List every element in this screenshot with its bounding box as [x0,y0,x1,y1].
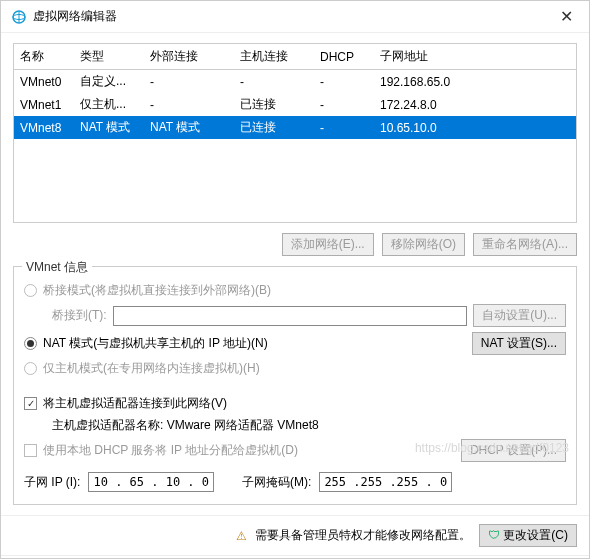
hostonly-radio [24,362,37,375]
table-cell: NAT 模式 [74,116,144,139]
col-header[interactable]: 子网地址 [374,44,576,70]
nat-radio[interactable] [24,337,37,350]
table-cell: 172.24.8.0 [374,93,576,116]
notice-text: 需要具备管理员特权才能修改网络配置。 [255,527,471,544]
col-header[interactable]: 名称 [14,44,74,70]
subnet-mask-input[interactable]: 255 .255 .255 . 0 [319,472,452,492]
bridged-radio [24,284,37,297]
bridged-to-label: 桥接到(T): [52,307,107,324]
hostonly-label: 仅主机模式(在专用网络内连接虚拟机)(H) [43,360,260,377]
table-cell: - [314,93,374,116]
subnet-ip-input[interactable]: 10 . 65 . 10 . 0 [88,472,214,492]
group-title: VMnet 信息 [22,259,92,276]
app-icon [11,9,27,25]
dhcp-check [24,444,37,457]
subnet-mask-label: 子网掩码(M): [242,474,311,491]
bridged-label: 桥接模式(将虚拟机直接连接到外部网络)(B) [43,282,271,299]
host-adapter-name: 主机虚拟适配器名称: VMware 网络适配器 VMnet8 [52,417,319,434]
change-settings-button[interactable]: 🛡 更改设置(C) [479,524,577,547]
dhcp-label: 使用本地 DHCP 服务将 IP 地址分配给虚拟机(D) [43,442,298,459]
table-cell: VMnet0 [14,70,74,94]
bridged-to-select [113,306,468,326]
rename-network-button: 重命名网络(A)... [473,233,577,256]
table-cell: - [144,70,234,94]
table-cell: 10.65.10.0 [374,116,576,139]
table-cell: 仅主机... [74,93,144,116]
subnet-ip-label: 子网 IP (I): [24,474,80,491]
table-cell: VMnet8 [14,116,74,139]
nat-label: NAT 模式(与虚拟机共享主机的 IP 地址)(N) [43,335,268,352]
table-cell: - [144,93,234,116]
auto-settings-button: 自动设置(U)... [473,304,566,327]
col-header[interactable]: 类型 [74,44,144,70]
col-header[interactable]: 外部连接 [144,44,234,70]
shield-icon: 🛡 [488,528,500,542]
table-cell: - [234,70,314,94]
table-cell: 已连接 [234,93,314,116]
table-row[interactable]: VMnet1仅主机...-已连接-172.24.8.0 [14,93,576,116]
host-adapter-check[interactable] [24,397,37,410]
table-cell: 自定义... [74,70,144,94]
col-header[interactable]: 主机连接 [234,44,314,70]
network-table[interactable]: 名称类型外部连接主机连接DHCP子网地址 VMnet0自定义...---192.… [13,43,577,223]
warning-icon: ⚠ [236,529,247,543]
col-header[interactable]: DHCP [314,44,374,70]
table-cell: - [314,70,374,94]
table-cell: NAT 模式 [144,116,234,139]
table-cell: - [314,116,374,139]
table-cell: 已连接 [234,116,314,139]
add-network-button: 添加网络(E)... [282,233,374,256]
table-row[interactable]: VMnet8NAT 模式NAT 模式已连接-10.65.10.0 [14,116,576,139]
table-cell: VMnet1 [14,93,74,116]
close-icon[interactable]: ✕ [554,7,579,26]
change-settings-label: 更改设置(C) [503,528,568,542]
remove-network-button: 移除网络(O) [382,233,465,256]
window-title: 虚拟网络编辑器 [33,8,554,25]
dhcp-settings-button: DHCP 设置(P)... [461,439,566,462]
table-row[interactable]: VMnet0自定义...---192.168.65.0 [14,70,576,94]
table-cell: 192.168.65.0 [374,70,576,94]
host-adapter-label: 将主机虚拟适配器连接到此网络(V) [43,395,227,412]
nat-settings-button[interactable]: NAT 设置(S)... [472,332,566,355]
